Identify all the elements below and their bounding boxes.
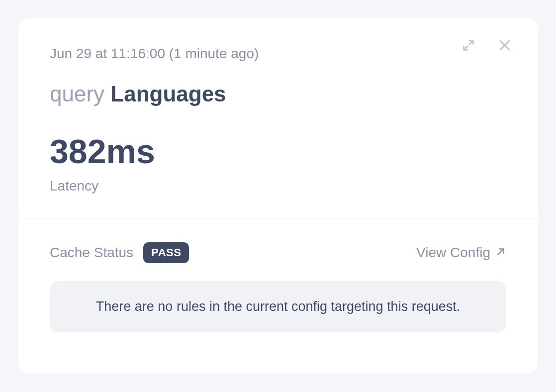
header-section: Jun 29 at 11:16:00 (1 minute ago) query … — [18, 18, 538, 218]
query-type-label: query — [50, 82, 104, 106]
cache-status-label: Cache Status — [50, 245, 133, 261]
query-name: Languages — [110, 82, 226, 106]
close-icon — [497, 38, 512, 54]
latency-value: 382ms — [50, 134, 506, 168]
cache-status-row: Cache Status PASS View Config — [50, 242, 506, 263]
config-message: There are no rules in the current config… — [50, 281, 506, 332]
svg-line-4 — [498, 249, 504, 255]
close-button[interactable] — [495, 36, 514, 56]
card-controls — [460, 36, 514, 56]
view-config-label: View Config — [416, 245, 490, 261]
latency-label: Latency — [50, 178, 506, 194]
cache-status-badge: PASS — [143, 242, 189, 263]
body-section: Cache Status PASS View Config There are … — [18, 218, 538, 356]
expand-button[interactable] — [460, 36, 477, 56]
cache-status-left: Cache Status PASS — [50, 242, 189, 263]
detail-card: Jun 29 at 11:16:00 (1 minute ago) query … — [18, 18, 538, 374]
external-link-icon — [495, 245, 506, 261]
timestamp: Jun 29 at 11:16:00 (1 minute ago) — [50, 46, 506, 62]
expand-icon — [462, 38, 475, 54]
query-title: query Languages — [50, 82, 506, 106]
view-config-button[interactable]: View Config — [416, 245, 506, 261]
